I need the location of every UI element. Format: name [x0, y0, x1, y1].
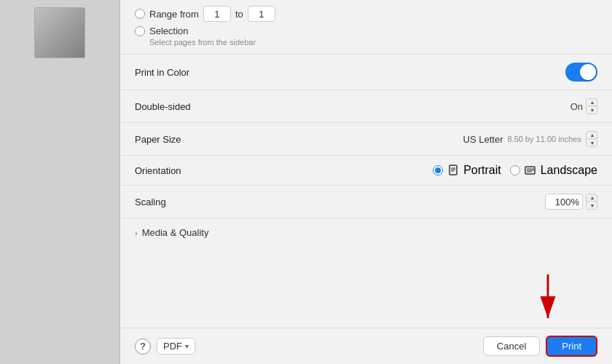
scaling-row: Scaling ▲ ▼	[120, 186, 612, 218]
orientation-row: Orientation Portrait	[120, 156, 612, 186]
media-quality-label: Media & Quality	[142, 227, 209, 238]
selection-radio[interactable]	[135, 26, 145, 36]
scaling-value-wrapper: ▲ ▼	[545, 194, 597, 210]
media-quality-chevron: ›	[135, 229, 138, 237]
footer: ? PDF ▾ Cancel Print	[120, 328, 612, 364]
pdf-dropdown[interactable]: PDF ▾	[157, 338, 195, 355]
orientation-options: Portrait Landscape	[433, 164, 597, 177]
range-from-label: Range from	[149, 9, 199, 20]
range-from-radio[interactable]	[135, 9, 145, 19]
portrait-icon	[447, 164, 460, 177]
sidebar	[0, 0, 120, 364]
help-button[interactable]: ?	[135, 339, 151, 355]
double-sided-label: Double-sided	[135, 101, 191, 112]
landscape-icon	[524, 164, 537, 177]
range-from-input[interactable]	[203, 6, 231, 22]
scaling-input[interactable]	[545, 194, 583, 210]
double-sided-value: On	[570, 101, 583, 112]
print-in-color-label: Print in Color	[135, 67, 189, 78]
double-sided-stepper[interactable]: ▲ ▼	[586, 98, 597, 114]
toggle-knob	[580, 64, 596, 80]
double-sided-value-wrapper: On ▲ ▼	[570, 98, 597, 114]
media-quality-row[interactable]: › Media & Quality	[120, 218, 612, 247]
print-in-color-toggle[interactable]	[565, 63, 597, 82]
landscape-label: Landscape	[541, 164, 597, 177]
scaling-stepper-down[interactable]: ▼	[586, 202, 597, 209]
scaling-label: Scaling	[135, 197, 166, 207]
selection-label: Selection	[149, 25, 188, 36]
stepper-down[interactable]: ▼	[586, 106, 597, 114]
range-from-row: Range from to	[135, 6, 597, 22]
print-in-color-row: Print in Color	[120, 55, 612, 90]
paper-size-detail: 8.50 by 11.00 inches	[507, 135, 581, 143]
stepper-up[interactable]: ▲	[586, 99, 597, 106]
selection-row: Selection	[135, 25, 597, 36]
cancel-button[interactable]: Cancel	[483, 336, 540, 356]
portrait-option[interactable]: Portrait	[433, 164, 501, 177]
print-settings-panel: Range from to Selection Select pages fro…	[120, 0, 612, 364]
double-sided-row: Double-sided On ▲ ▼	[120, 90, 612, 123]
page-range-section: Range from to Selection Select pages fro…	[120, 0, 612, 55]
pdf-chevron-icon: ▾	[185, 342, 189, 350]
paper-size-label: Paper Size	[135, 134, 181, 145]
scaling-stepper[interactable]: ▲ ▼	[586, 194, 597, 210]
pdf-label: PDF	[163, 341, 182, 352]
paper-size-value-wrapper: US Letter 8.50 by 11.00 inches ▲ ▼	[463, 131, 597, 147]
landscape-radio[interactable]	[510, 165, 520, 175]
range-to-label: to	[235, 9, 243, 20]
paper-size-main: US Letter	[463, 134, 503, 145]
range-to-input[interactable]	[248, 6, 275, 22]
portrait-label: Portrait	[463, 164, 501, 177]
portrait-radio[interactable]	[433, 165, 443, 175]
print-button[interactable]: Print	[546, 336, 597, 357]
scaling-stepper-up[interactable]: ▲	[586, 194, 597, 202]
landscape-option[interactable]: Landscape	[510, 164, 597, 177]
orientation-label: Orientation	[135, 165, 181, 176]
document-thumbnail	[34, 7, 85, 58]
content-area: Range from to Selection Select pages fro…	[120, 0, 612, 328]
paper-size-row: Paper Size US Letter 8.50 by 11.00 inche…	[120, 123, 612, 156]
paper-size-stepper[interactable]: ▲ ▼	[586, 131, 597, 147]
selection-hint: Select pages from the sidebar	[149, 38, 597, 47]
paper-size-stepper-up[interactable]: ▲	[586, 132, 597, 139]
paper-size-stepper-down[interactable]: ▼	[586, 139, 597, 146]
